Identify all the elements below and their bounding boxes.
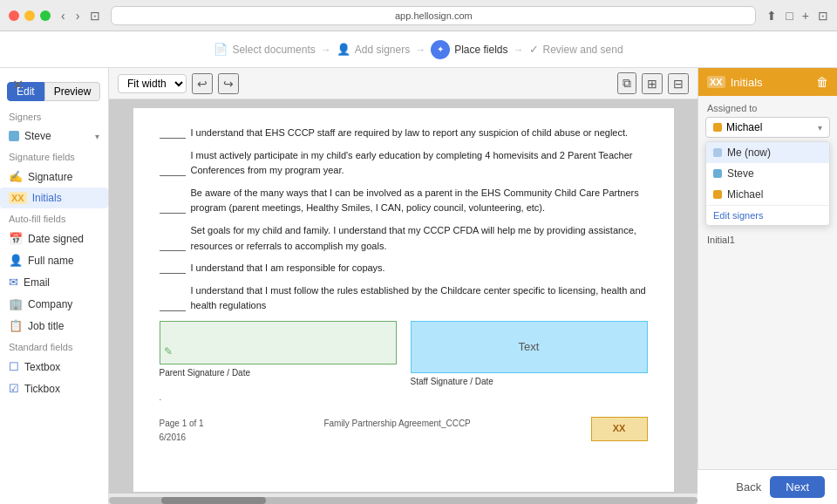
- sidebar-item-tickbox-label: Tickbox: [24, 383, 60, 395]
- text-field-label: Text: [519, 338, 540, 357]
- sidebar-item-date-signed[interactable]: 📅 Date signed: [0, 228, 108, 249]
- doc-footer: Page 1 of 1 6/2016 Family Partnership Ag…: [160, 417, 648, 445]
- step-add-signers[interactable]: 👤 Add signers: [337, 43, 410, 56]
- step-select-documents[interactable]: 📄 Select documents: [214, 43, 315, 56]
- doc-line-11: [160, 273, 186, 274]
- caption-button[interactable]: ⊟: [668, 73, 689, 94]
- parent-sig-box[interactable]: ✎: [160, 321, 397, 364]
- step-review-send-label: Review and send: [543, 44, 623, 56]
- company-icon: 🏢: [9, 297, 23, 310]
- minimize-traffic-light[interactable]: [24, 10, 35, 21]
- back-nav-button[interactable]: ‹: [58, 7, 69, 24]
- step-place-fields[interactable]: ✦ Place fields: [431, 40, 507, 59]
- close-traffic-light[interactable]: [9, 10, 19, 21]
- assignee-color-indicator: [713, 123, 722, 132]
- step-select-documents-label: Select documents: [232, 44, 315, 56]
- maximize-traffic-light[interactable]: [40, 10, 51, 21]
- step-arrow-2: →: [415, 44, 425, 56]
- initials-icon: XX: [9, 192, 27, 204]
- zoom-select[interactable]: Fit width 50% 75% 100%: [118, 74, 187, 93]
- text-field-box[interactable]: Text: [411, 321, 648, 373]
- preview-button[interactable]: Preview: [44, 82, 101, 101]
- sidebar-item-full-name[interactable]: 👤 Full name: [0, 249, 108, 271]
- sidebar-item-name-label: Full name: [28, 255, 74, 267]
- next-button[interactable]: Next: [770, 476, 825, 498]
- url-text: app.hellosign.com: [395, 10, 473, 21]
- initials-placed-field[interactable]: XX: [591, 417, 648, 441]
- forward-nav-button[interactable]: ›: [72, 7, 84, 24]
- sidebar-item-company-label: Company: [28, 298, 72, 310]
- doc-item-8: I must actively participate in my child'…: [160, 148, 648, 179]
- copy-button[interactable]: ⧉: [617, 72, 636, 94]
- main-layout: Edit Preview Signers Steve ▾ Signature f…: [0, 68, 837, 504]
- bottom-bar: Back Next: [698, 469, 837, 504]
- dropdown-item-michael[interactable]: Michael: [706, 184, 829, 205]
- delete-field-button[interactable]: 🗑: [816, 75, 828, 89]
- step-place-fields-label: Place fields: [454, 44, 507, 56]
- pen-icon: ✎: [164, 344, 173, 360]
- dropdown-item-me-now[interactable]: Me (now): [706, 142, 829, 163]
- scrollbar-thumb[interactable]: [161, 497, 266, 504]
- signer-name: Steve: [24, 130, 51, 142]
- back-button[interactable]: Back: [736, 480, 761, 494]
- me-now-label: Me (now): [727, 146, 771, 159]
- sidebar-item-job-title[interactable]: 📋 Job title: [0, 315, 108, 337]
- doc-text-9: Be aware of the many ways that I can be …: [191, 186, 648, 216]
- redo-button[interactable]: ↪: [218, 73, 239, 94]
- sidebar-icon[interactable]: ⊡: [818, 9, 828, 23]
- doc-dot: .: [160, 391, 648, 405]
- parent-sig-label: Parent Signature / Date: [160, 366, 397, 380]
- h-scrollbar[interactable]: [109, 497, 698, 504]
- sidebar-item-email[interactable]: ✉ Email: [0, 271, 108, 293]
- edit-signers-item[interactable]: Edit signers: [706, 206, 829, 225]
- doc-item-7: I understand that EHS CCCP staff are req…: [160, 126, 648, 141]
- address-bar[interactable]: app.hellosign.com: [111, 6, 756, 25]
- doc-line-7: [160, 138, 186, 139]
- doc-item-9: Be aware of the many ways that I can be …: [160, 186, 648, 216]
- doc-text-12: I understand that I must follow the rule…: [191, 283, 648, 314]
- signer-dropdown-arrow[interactable]: ▾: [95, 132, 99, 141]
- review-icon: ✓: [529, 43, 539, 56]
- document-page: I understand that EHS CCCP staff are req…: [133, 108, 674, 492]
- doc-line-12: [160, 310, 186, 311]
- sidebar-item-company[interactable]: 🏢 Company: [0, 293, 108, 315]
- doc-text-11: I understand that I am responsible for c…: [191, 261, 648, 276]
- sidebar-item-signature[interactable]: ✍ Signature: [0, 166, 108, 187]
- staff-sig-label: Staff Signature / Date: [411, 375, 648, 389]
- close-button[interactable]: ✕: [12, 77, 24, 93]
- new-tab-icon[interactable]: +: [802, 9, 809, 23]
- sidebar-item-textbox[interactable]: ☐ Textbox: [0, 356, 108, 378]
- doc-line-10: [160, 250, 186, 251]
- doc-text-7: I understand that EHS CCCP staff are req…: [191, 126, 648, 141]
- email-icon: ✉: [9, 276, 18, 289]
- sidebar-item-signature-label: Signature: [28, 171, 72, 183]
- doc-line-8: [160, 175, 186, 176]
- parent-sig-area: ✎ Parent Signature / Date: [160, 321, 397, 380]
- undo-button[interactable]: ↩: [192, 73, 213, 94]
- dropdown-item-steve[interactable]: Steve: [706, 163, 829, 184]
- doc-date: 6/2016: [160, 431, 204, 445]
- right-panel: XX Initials 🗑 Assigned to Michael ▾ Me (…: [698, 68, 837, 504]
- assignee-dropdown[interactable]: Michael ▾: [705, 117, 830, 138]
- nav-buttons: ‹ ›: [58, 7, 83, 24]
- step-arrow-1: →: [321, 44, 331, 56]
- step-review-send[interactable]: ✓ Review and send: [529, 43, 623, 56]
- document-icon: 📄: [214, 43, 228, 56]
- signer-steve[interactable]: Steve ▾: [0, 126, 108, 146]
- sidebar-item-tickbox[interactable]: ☑ Tickbox: [0, 378, 108, 399]
- doc-item-11: I understand that I am responsible for c…: [160, 261, 648, 276]
- signature-row: ✎ Parent Signature / Date Text Staff Sig…: [160, 321, 648, 389]
- grid-button[interactable]: ⊞: [642, 73, 663, 94]
- tickbox-icon: ☑: [9, 382, 19, 395]
- panel-title: Initials: [731, 76, 763, 89]
- bookmark-icon[interactable]: □: [786, 9, 793, 23]
- doc-text-10: Set goals for my child and family. I und…: [191, 223, 648, 254]
- share-icon[interactable]: ⬆: [766, 9, 777, 23]
- sidebar-item-initials[interactable]: XX Initials: [0, 187, 108, 208]
- initials-input-label: Initial1: [707, 235, 735, 245]
- standard-fields-title: Standard fields: [0, 337, 108, 356]
- panel-xx-symbol: XX: [707, 76, 725, 88]
- steve-color-indicator: [713, 169, 722, 178]
- sidebar-item-textbox-label: Textbox: [24, 361, 60, 373]
- footer-left: Page 1 of 1 6/2016: [160, 417, 204, 445]
